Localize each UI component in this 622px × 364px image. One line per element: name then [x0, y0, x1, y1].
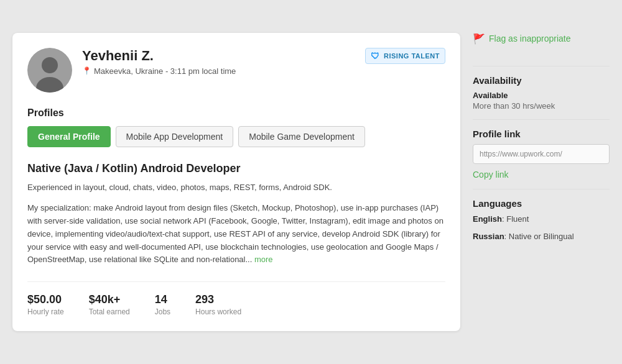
right-panel: 🚩 Flag as inappropriate Availability Ava… [473, 33, 610, 331]
lang-russian: Russian: Native or Bilingual [473, 231, 610, 242]
lang-english: English: Fluent [473, 214, 610, 225]
location-row: 📍 Makeevka, Ukraine - 3:11 pm local time [82, 66, 355, 76]
profile-link-title: Profile link [473, 129, 610, 139]
stat-total-earned: $40k+ Total earned [89, 293, 130, 316]
divider-3 [473, 189, 610, 189]
profile-link-section: Profile link Copy link [473, 129, 610, 180]
availability-status: Available [473, 91, 610, 100]
more-link[interactable]: more [254, 255, 273, 264]
availability-section: Availability Available More than 30 hrs/… [473, 75, 610, 111]
languages-title: Languages [473, 198, 610, 209]
availability-detail: More than 30 hrs/week [473, 101, 610, 111]
stat-hours-worked: 293 Hours worked [195, 293, 241, 316]
job-title: Native (Java / Kotlin) Android Developer [27, 162, 445, 175]
divider-1 [473, 66, 610, 66]
location-text: Makeevka, Ukraine - 3:11 pm local time [94, 66, 236, 76]
short-description: Experienced in layout, cloud, chats, vid… [27, 181, 445, 194]
flag-icon: 🚩 [473, 33, 485, 45]
long-description: My specialization: make Android layout f… [27, 202, 445, 266]
flag-button[interactable]: 🚩 Flag as inappropriate [473, 33, 571, 45]
user-name: Yevhenii Z. [82, 48, 355, 64]
flag-section: 🚩 Flag as inappropriate [473, 33, 610, 45]
tab-mobile-app[interactable]: Mobile App Development [116, 126, 234, 147]
profiles-heading: Profiles [27, 107, 445, 119]
rising-talent-badge: 🛡 RISING TALENT [365, 48, 445, 64]
profile-link-input[interactable] [473, 144, 610, 164]
languages-section: Languages English: Fluent Russian: Nativ… [473, 198, 610, 248]
tab-general-profile[interactable]: General Profile [27, 126, 111, 147]
stat-jobs: 14 Jobs [155, 293, 170, 316]
availability-title: Availability [473, 75, 610, 86]
main-profile-card: Yevhenii Z. 📍 Makeevka, Ukraine - 3:11 p… [12, 33, 460, 331]
stats-row: $50.00 Hourly rate $40k+ Total earned 14… [27, 281, 445, 316]
tab-mobile-game[interactable]: Mobile Game Development [238, 126, 365, 147]
location-icon: 📍 [82, 66, 91, 75]
stat-hourly-rate: $50.00 Hourly rate [27, 293, 64, 316]
avatar [27, 48, 72, 93]
header-right: 🛡 RISING TALENT [365, 48, 445, 64]
divider-2 [473, 119, 610, 120]
profile-header: Yevhenii Z. 📍 Makeevka, Ukraine - 3:11 p… [27, 48, 445, 93]
avatar-image [27, 48, 72, 93]
svg-point-1 [42, 57, 58, 73]
copy-link-button[interactable]: Copy link [473, 170, 509, 180]
header-info: Yevhenii Z. 📍 Makeevka, Ukraine - 3:11 p… [82, 48, 355, 76]
shield-icon: 🛡 [371, 51, 380, 61]
profile-tabs: General Profile Mobile App Development M… [27, 126, 445, 147]
